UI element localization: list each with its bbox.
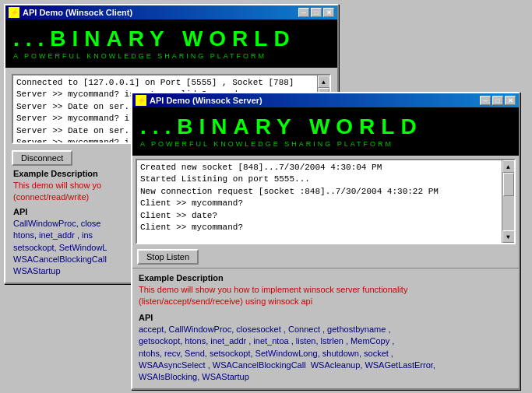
server-log-scrollbar[interactable]: ▲ ▼ [502,160,514,243]
server-button-section: Stop Listen [132,247,519,268]
server-minimize-btn[interactable]: ─ [480,96,491,105]
server-log-section: Created new socket [848]...7/30/2004 4:3… [132,156,519,247]
server-log-line-3: New connection request [socket :848]..7/… [140,186,500,198]
client-close-btn[interactable]: ✕ [323,8,334,17]
server-log-area: Created new socket [848]...7/30/2004 4:3… [136,159,516,244]
server-log-line-2: Started Listining on port 5555... [140,174,500,185]
client-titlebar: ⚡ API Demo (Winsock Client) ─ □ ✕ [5,5,337,19]
server-scroll-thumb[interactable] [503,173,514,196]
server-log-line-1: Created new socket [848]...7/30/2004 4:3… [140,162,500,174]
server-example-title: Example Description [139,273,513,282]
client-title-group: ⚡ API Demo (Winsock Client) [9,7,132,18]
server-app-icon: ⚡ [136,95,146,106]
client-title-text: API Demo (Winsock Client) [23,8,132,17]
server-maximize-btn[interactable]: □ [492,96,503,105]
client-minimize-btn[interactable]: ─ [298,8,309,17]
disconnect-button[interactable]: Disconnect [12,150,72,166]
server-log-line-4: Client >> mycommand? [140,198,500,209]
client-log-line-1: Connected to [127.0.0.1] on Port [5555] … [16,77,315,89]
stop-listen-button[interactable]: Stop Listen [137,249,199,265]
server-title-text: API Demo (Winsock Server) [150,96,262,105]
client-banner: ...BINARY WORLD A POWERFUL KNOWLEDGE SHA… [5,19,337,68]
server-api-title: API [139,313,513,322]
server-banner-subtitle: A POWERFUL KNOWLEDGE SHARING PLATFORM [140,140,511,148]
server-title-group: ⚡ API Demo (Winsock Server) [136,95,262,106]
server-log-line-6: Client >> mycommand? [140,222,500,233]
server-window: ⚡ API Demo (Winsock Server) ─ □ ✕ ...BIN… [131,92,520,390]
server-banner: ...BINARY WORLD A POWERFUL KNOWLEDGE SHA… [132,107,519,156]
server-scroll-up[interactable]: ▲ [502,160,515,173]
client-app-icon: ⚡ [9,7,19,18]
server-controls: ─ □ ✕ [480,96,516,105]
client-scroll-up[interactable]: ▲ [318,75,330,88]
server-log-inner: Created new socket [848]...7/30/2004 4:3… [140,162,500,233]
server-api-section: API accept, CallWindowProc, closesocket … [139,313,513,384]
server-titlebar: ⚡ API Demo (Winsock Server) ─ □ ✕ [132,93,519,107]
server-info-section: Example Description This demo will show … [132,268,519,388]
server-api-text: accept, CallWindowProc, closesocket , Co… [139,324,513,384]
client-banner-subtitle: A POWERFUL KNOWLEDGE SHARING PLATFORM [13,52,329,60]
server-banner-title: ...BINARY WORLD [140,115,511,139]
server-log-line-5: Client >> date? [140,210,500,222]
client-maximize-btn[interactable]: □ [311,8,322,17]
server-scroll-track [502,173,514,230]
server-scroll-down[interactable]: ▼ [502,230,515,243]
client-banner-title: ...BINARY WORLD [13,27,329,51]
server-example-text: This demo will show you how to implement… [139,284,513,308]
server-close-btn[interactable]: ✕ [505,96,516,105]
client-controls: ─ □ ✕ [298,8,334,17]
